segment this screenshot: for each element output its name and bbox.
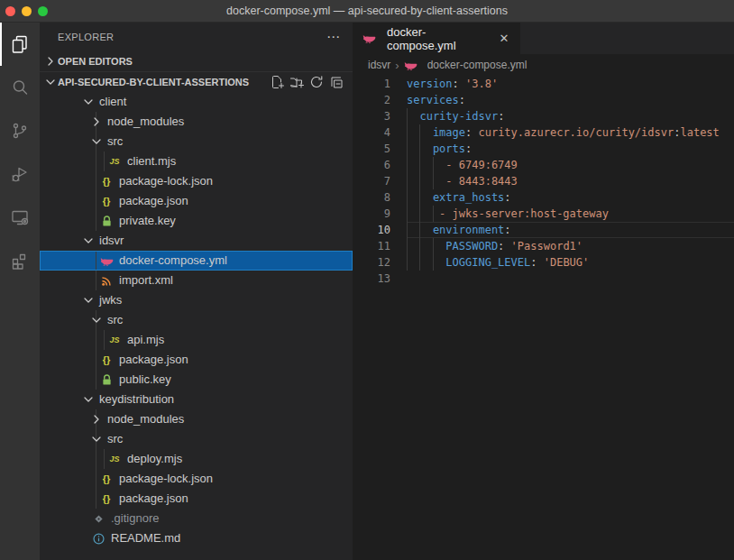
xml-file-icon xyxy=(99,273,114,288)
tree-item-keydistribution[interactable]: keydistribution xyxy=(40,390,353,409)
line-number: 3 xyxy=(353,108,390,124)
explorer-sidebar: EXPLORER ⋯ OPEN EDITORS API-SECURED-BY-C… xyxy=(40,23,353,560)
code-line-3[interactable]: 3curity-idsvr: xyxy=(353,108,734,124)
code-line-6[interactable]: 6- 6749:6749 xyxy=(353,157,734,173)
search-icon[interactable] xyxy=(0,66,40,109)
workspace-section-label: API-SECURED-BY-CLIENT-ASSERTIONS xyxy=(58,77,270,87)
tree-item-label: private.key xyxy=(119,211,176,231)
tree-item-label: package.json xyxy=(119,191,188,211)
chevron-right-icon xyxy=(43,54,58,69)
new-folder-icon[interactable] xyxy=(289,75,304,89)
line-content: - jwks-server:host-gateway xyxy=(407,206,734,222)
line-content: environment: xyxy=(407,222,734,238)
file-tree: clientnode_modulessrcJSclient.mjs{}packa… xyxy=(40,92,353,548)
open-editors-section[interactable]: OPEN EDITORS xyxy=(40,51,353,71)
json-file-icon: {} xyxy=(99,194,114,208)
tree-item-label: package.json xyxy=(119,350,188,370)
line-content xyxy=(407,271,734,287)
code-line-11[interactable]: 11PASSWORD: 'Password1' xyxy=(353,238,734,254)
code-line-13[interactable]: 13 xyxy=(353,271,734,287)
tree-item-label: import.xml xyxy=(119,271,173,290)
code-line-8[interactable]: 8extra_hosts: xyxy=(353,189,734,206)
chevron-down-icon xyxy=(89,313,104,327)
chevron-down-icon xyxy=(43,75,58,89)
tree-item-label: api.mjs xyxy=(127,330,164,350)
chevron-down-icon xyxy=(81,293,96,308)
tree-item-package-json[interactable]: {}package.json xyxy=(40,191,353,211)
close-tab-icon[interactable]: ✕ xyxy=(497,32,511,45)
tree-item-client[interactable]: client xyxy=(40,92,353,112)
tree-item-package-lock-json[interactable]: {}package-lock.json xyxy=(40,469,353,489)
chevron-right-icon xyxy=(89,115,104,129)
tree-item-node-modules[interactable]: node_modules xyxy=(40,112,353,132)
files-icon[interactable] xyxy=(0,23,40,66)
activity-bar xyxy=(0,23,40,560)
open-editors-label: OPEN EDITORS xyxy=(58,56,133,67)
tree-item-src[interactable]: src xyxy=(40,310,353,330)
tree-item-label: jwks xyxy=(99,290,122,310)
tree-item-label: src xyxy=(107,310,123,330)
line-number: 7 xyxy=(353,173,390,189)
line-number: 12 xyxy=(353,254,390,271)
tree-item-client-mjs[interactable]: JSclient.mjs xyxy=(40,151,353,171)
chevron-down-icon xyxy=(89,432,104,446)
tree-item-label: src xyxy=(107,429,123,449)
remote-explorer-icon[interactable] xyxy=(0,196,40,239)
lock-file-icon xyxy=(99,372,114,387)
window-title: docker-compose.yml — api-secured-by-clie… xyxy=(0,0,734,23)
refresh-icon[interactable] xyxy=(309,75,324,89)
tree-item-private-key[interactable]: private.key xyxy=(40,211,353,231)
tree-item-deploy-mjs[interactable]: JSdeploy.mjs xyxy=(40,449,353,469)
line-number: 1 xyxy=(353,76,390,92)
chevron-down-icon xyxy=(81,392,96,407)
new-file-icon[interactable] xyxy=(270,75,284,89)
code-line-10[interactable]: 10environment: xyxy=(353,222,734,238)
code-line-2[interactable]: 2services: xyxy=(353,92,734,108)
docker-whale-icon xyxy=(404,58,418,72)
tree-item-package-json[interactable]: {}package.json xyxy=(40,489,353,509)
tree-item-label: docker-compose.yml xyxy=(119,251,227,271)
tree-item-gitignore[interactable]: .gitignore xyxy=(40,509,353,528)
tree-item-src[interactable]: src xyxy=(40,132,353,151)
tree-item-readme-md[interactable]: README.md xyxy=(40,528,353,548)
tree-item-node-modules[interactable]: node_modules xyxy=(40,409,353,429)
js-file-icon: JS xyxy=(107,452,122,466)
tree-item-jwks[interactable]: jwks xyxy=(40,290,353,310)
tree-item-public-key[interactable]: public.key xyxy=(40,370,353,390)
run-debug-icon[interactable] xyxy=(0,152,40,196)
tree-item-import-xml[interactable]: import.xml xyxy=(40,271,353,290)
line-content: PASSWORD: 'Password1' xyxy=(407,238,734,254)
breadcrumb-file[interactable]: docker-compose.yml xyxy=(404,58,528,72)
line-number: 6 xyxy=(353,157,390,173)
tree-item-package-json[interactable]: {}package.json xyxy=(40,350,353,370)
js-file-icon: JS xyxy=(107,154,122,169)
tree-item-label: README.md xyxy=(111,528,180,548)
code-line-1[interactable]: 1version: '3.8' xyxy=(353,76,734,92)
tree-item-label: node_modules xyxy=(107,409,184,429)
tree-item-src[interactable]: src xyxy=(40,429,353,449)
more-actions-icon[interactable]: ⋯ xyxy=(326,32,340,41)
js-file-icon: JS xyxy=(107,333,122,347)
code-line-12[interactable]: 12LOGGING_LEVEL: 'DEBUG' xyxy=(353,254,734,271)
extensions-icon[interactable] xyxy=(0,239,40,282)
sidebar-title: EXPLORER xyxy=(58,32,114,42)
code-line-5[interactable]: 5ports: xyxy=(353,141,734,157)
code-line-4[interactable]: 4image: curity.azurecr.io/curity/idsvr:l… xyxy=(353,124,734,141)
code-line-7[interactable]: 7- 8443:8443 xyxy=(353,173,734,189)
collapse-all-icon[interactable] xyxy=(329,75,344,89)
tree-item-api-mjs[interactable]: JSapi.mjs xyxy=(40,330,353,350)
line-number: 2 xyxy=(353,92,390,108)
chevron-down-icon xyxy=(81,95,96,109)
tab-docker-compose[interactable]: docker-compose.yml ✕ xyxy=(353,23,520,54)
code-line-9[interactable]: 9- jwks-server:host-gateway xyxy=(353,206,734,222)
tree-item-docker-compose-yml[interactable]: docker-compose.yml xyxy=(40,251,353,271)
tree-item-idsvr[interactable]: idsvr xyxy=(40,231,353,251)
tree-item-package-lock-json[interactable]: {}package-lock.json xyxy=(40,171,353,191)
workspace-section-header[interactable]: API-SECURED-BY-CLIENT-ASSERTIONS xyxy=(40,71,353,92)
breadcrumb-folder[interactable]: idsvr xyxy=(368,59,390,71)
code-editor[interactable]: 1version: '3.8'2services:3curity-idsvr:4… xyxy=(353,76,734,287)
line-content: version: '3.8' xyxy=(407,76,734,92)
tree-item-label: package.json xyxy=(119,489,188,509)
source-control-icon[interactable] xyxy=(0,109,40,152)
editor-area: docker-compose.yml ✕ idsvr › docker-comp… xyxy=(353,23,734,560)
